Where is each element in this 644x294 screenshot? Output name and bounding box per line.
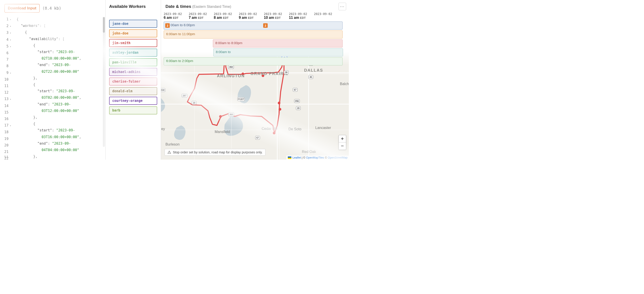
time-column: 2023-09-02 10 am EDT <box>264 12 289 20</box>
svg-point-15 <box>219 115 222 118</box>
right-panel: RICHARDSONGARLANDIRVINGDALLASARLINGTONGR… <box>161 0 349 160</box>
ukraine-flag-icon <box>288 157 291 159</box>
svg-text:Red Oak: Red Oak <box>302 150 316 154</box>
svg-rect-46 <box>284 71 288 74</box>
svg-text:30: 30 <box>285 71 288 74</box>
svg-text:360: 360 <box>230 113 233 116</box>
status-line: Li <box>4 155 8 158</box>
openstreetmap-link[interactable]: OpenStreetMap <box>328 156 348 159</box>
workers-title: Available Workers <box>109 4 157 9</box>
worker-chip-courtney-orange[interactable]: courtney-orange <box>109 97 157 105</box>
svg-point-11 <box>262 74 264 77</box>
svg-point-13 <box>278 108 281 111</box>
more-button[interactable]: ⋯ <box>338 3 346 10</box>
time-column: 2023-09-02 9 am EDT <box>239 12 264 20</box>
scrollbar-thumb[interactable] <box>103 17 105 33</box>
scrollbar-track <box>103 17 105 147</box>
workers-panel: Available Workers jane-doejohn-doejim-sm… <box>106 0 161 160</box>
svg-point-14 <box>273 132 276 134</box>
svg-rect-64 <box>228 113 234 116</box>
svg-text:35W: 35W <box>161 89 165 91</box>
code-header: Download Input (8.4 kb) <box>0 0 105 15</box>
gantt-row[interactable]: 8:00am to <box>213 48 343 56</box>
svg-rect-62 <box>296 106 300 110</box>
worker-chip-jane-doe[interactable]: jane-doe <box>109 20 157 28</box>
worker-chip-barb[interactable]: barb <box>109 106 157 114</box>
svg-text:45: 45 <box>310 76 312 78</box>
svg-text:67: 67 <box>256 136 259 139</box>
svg-text:Mansfield: Mansfield <box>215 130 230 134</box>
warning-icon <box>168 151 171 154</box>
code-editor[interactable]: 1▾2▾3▾4▾5▾6789▾10111213▾14151617▾1819202… <box>0 15 105 160</box>
time-column: 2023-09-02 7 am EDT <box>189 12 214 20</box>
svg-text:35E: 35E <box>295 100 299 102</box>
svg-rect-66 <box>255 136 260 139</box>
zoom-in-button[interactable]: + <box>339 135 346 142</box>
svg-rect-58 <box>238 97 245 101</box>
svg-rect-48 <box>308 75 313 79</box>
time-columns: 2023-09-02 6 am EDT 2023-09-02 7 am EDT … <box>164 9 344 22</box>
time-column: 2023-09-02 11 am EDT <box>289 12 314 20</box>
disclaimer-banner: Stop order set by solution, road map for… <box>164 149 266 156</box>
zoom-out-button[interactable]: − <box>339 142 346 150</box>
time-column: 2023-09-02 <box>314 12 339 20</box>
worker-chip-john-doe[interactable]: john-doe <box>109 29 157 37</box>
timeline-title: Date & times <box>166 4 191 9</box>
code-content: { "workers": [ { "availability": [ { "st… <box>16 16 103 160</box>
gantt-row[interactable]: 6:00am to 11:00pm <box>164 31 342 39</box>
svg-text:Cedar Hill: Cedar Hill <box>262 127 277 130</box>
svg-point-12 <box>278 102 280 104</box>
time-column: 2023-09-02 6 am EDT <box>164 12 189 20</box>
worker-chip-jim-smith[interactable]: jim-smith <box>109 39 157 47</box>
svg-rect-54 <box>182 94 187 97</box>
line-gutter: 1▾2▾3▾4▾5▾6789▾10111213▾14151617▾1819202… <box>0 16 13 160</box>
map-attribution: Leaflet | © OpenMapTiles © OpenStreetMap <box>286 156 349 160</box>
filesize-label: (8.4 kb) <box>42 6 61 11</box>
gantt-row[interactable]: 00am to 6:00pm22 <box>164 22 342 30</box>
svg-text:67: 67 <box>294 89 296 91</box>
svg-rect-68 <box>161 88 165 92</box>
worker-chip-ashley-jordan[interactable]: ashley-jordan <box>109 49 157 57</box>
zoom-control: + − <box>338 135 346 150</box>
svg-text:PGBT: PGBT <box>238 98 244 100</box>
svg-text:Lancaster: Lancaster <box>315 126 331 130</box>
svg-rect-60 <box>294 99 300 103</box>
svg-text:Crowley: Crowley <box>161 127 165 131</box>
svg-text:287: 287 <box>183 94 186 97</box>
svg-text:ARLINGTON: ARLINGTON <box>217 74 245 78</box>
worker-chip-pam-linville[interactable]: pam-linville <box>109 58 157 66</box>
svg-text:GRAND PRAIRIE: GRAND PRAIRIE <box>250 71 288 76</box>
svg-text:Balch S: Balch S <box>340 82 349 86</box>
download-input-button[interactable]: Download Input <box>4 4 40 13</box>
svg-text:20: 20 <box>193 102 196 104</box>
gantt-row[interactable]: 8:00am to 8:00pm <box>213 39 342 48</box>
time-column: 2023-09-02 8 am EDT <box>214 12 239 20</box>
svg-rect-56 <box>192 101 196 105</box>
svg-text:Burleson: Burleson <box>166 142 180 146</box>
timeline-header: Date & times (Eastern Standard Time) 202… <box>161 0 349 69</box>
worker-chip-cherise-fulmer[interactable]: cherise-fulmer <box>109 77 157 86</box>
gantt-chart: 00am to 6:00pm226:00am to 11:00pm8:00am … <box>164 22 344 69</box>
leaflet-link[interactable]: Leaflet <box>292 156 301 159</box>
worker-chip-donald-elm[interactable]: donald-elm <box>109 87 157 95</box>
svg-rect-52 <box>293 88 298 92</box>
svg-text:20: 20 <box>297 107 300 109</box>
svg-point-10 <box>242 73 244 75</box>
timeline-tz: (Eastern Standard Time) <box>192 5 231 9</box>
openmaptiles-link[interactable]: OpenMapTiles <box>306 156 324 159</box>
worker-list: jane-doejohn-doejim-smithashley-jordanpa… <box>109 20 157 114</box>
gantt-row[interactable]: 6:00am to 2:00pm <box>164 57 342 65</box>
svg-text:De Soto: De Soto <box>288 127 302 131</box>
disclaimer-text: Stop order set by solution, road map for… <box>173 151 262 154</box>
worker-chip-michael-adkins[interactable]: michael-adkins <box>109 68 157 76</box>
code-panel: Download Input (8.4 kb) 1▾2▾3▾4▾5▾6789▾1… <box>0 0 106 160</box>
